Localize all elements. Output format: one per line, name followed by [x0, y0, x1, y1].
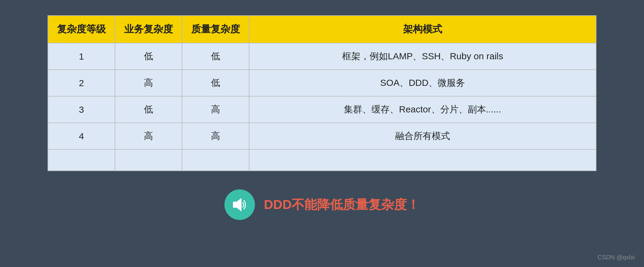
- header-level: 复杂度等级: [48, 16, 115, 43]
- cell-level: 4: [48, 123, 115, 149]
- cell-arch: 集群、缓存、Reactor、分片、副本......: [249, 96, 596, 123]
- bottom-section: DDD不能降低质量复杂度！: [224, 189, 420, 220]
- cell-quality: 高: [182, 123, 249, 149]
- svg-rect-0: [233, 202, 237, 208]
- table-row: 4高高融合所有模式: [48, 123, 596, 149]
- cell-biz: [115, 149, 182, 171]
- table-row: 3低高集群、缓存、Reactor、分片、副本......: [48, 96, 596, 123]
- cell-biz: 高: [115, 123, 182, 149]
- table-row: 1低低框架，例如LAMP、SSH、Ruby on rails: [48, 43, 596, 70]
- cell-arch: 融合所有模式: [249, 123, 596, 149]
- table-row: [48, 149, 596, 171]
- complexity-table: 复杂度等级 业务复杂度 质量复杂度 架构模式 1低低框架，例如LAMP、SSH、…: [48, 15, 596, 171]
- svg-marker-1: [237, 198, 242, 211]
- header-arch: 架构模式: [249, 16, 596, 43]
- table-row: 2高低SOA、DDD、微服务: [48, 70, 596, 96]
- table-container: 复杂度等级 业务复杂度 质量复杂度 架构模式 1低低框架，例如LAMP、SSH、…: [48, 15, 596, 171]
- speaker-icon-container: [224, 189, 255, 220]
- header-quality: 质量复杂度: [182, 16, 249, 43]
- cell-biz: 低: [115, 96, 182, 123]
- cell-level: 1: [48, 43, 115, 70]
- cell-biz: 高: [115, 70, 182, 96]
- header-biz: 业务复杂度: [115, 16, 182, 43]
- cell-level: 2: [48, 70, 115, 96]
- cell-level: 3: [48, 96, 115, 123]
- watermark: CSDN @qxlxi: [597, 254, 635, 261]
- cell-arch: 框架，例如LAMP、SSH、Ruby on rails: [249, 43, 596, 70]
- bottom-text: DDD不能降低质量复杂度！: [264, 196, 420, 213]
- cell-arch: [249, 149, 596, 171]
- cell-biz: 低: [115, 43, 182, 70]
- cell-arch: SOA、DDD、微服务: [249, 70, 596, 96]
- cell-quality: 低: [182, 43, 249, 70]
- cell-level: [48, 149, 115, 171]
- cell-quality: 低: [182, 70, 249, 96]
- cell-quality: 高: [182, 96, 249, 123]
- cell-quality: [182, 149, 249, 171]
- speaker-icon: [231, 196, 249, 214]
